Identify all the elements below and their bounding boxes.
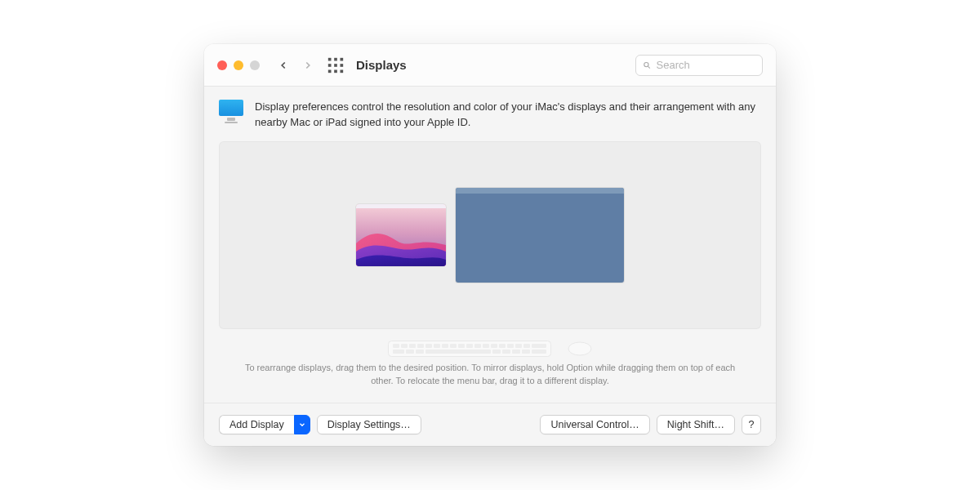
arrangement-hint: To rearrange displays, drag them to the … (219, 362, 761, 388)
svg-rect-21 (458, 344, 465, 348)
search-input[interactable] (657, 59, 755, 71)
chevron-left-icon (278, 60, 289, 71)
content-area: Display preferences control the resoluti… (204, 87, 776, 402)
back-button[interactable] (274, 56, 292, 74)
svg-rect-20 (450, 344, 457, 348)
grid-icon (327, 56, 345, 74)
svg-rect-7 (334, 69, 337, 73)
svg-rect-16 (417, 344, 424, 348)
wallpaper-icon (356, 204, 446, 266)
svg-rect-22 (466, 344, 473, 348)
maximize-window-button[interactable] (250, 60, 260, 70)
window-title: Displays (356, 58, 407, 72)
svg-rect-3 (328, 64, 332, 67)
monitor-icon (219, 100, 243, 123)
search-field[interactable] (635, 55, 763, 76)
add-display-dropdown[interactable] (294, 415, 310, 434)
search-icon (643, 60, 652, 70)
keyboard-icon (388, 341, 551, 357)
add-display-button[interactable]: Add Display (219, 415, 294, 434)
svg-rect-18 (434, 344, 440, 348)
universal-control-button[interactable]: Universal Control… (540, 415, 649, 434)
svg-rect-23 (474, 344, 481, 348)
svg-rect-4 (334, 64, 337, 67)
toolbar: Displays (204, 44, 776, 87)
chevron-down-icon (298, 421, 306, 429)
svg-rect-6 (328, 69, 332, 73)
help-button[interactable]: ? (742, 415, 761, 434)
svg-rect-39 (532, 350, 546, 354)
traffic-lights (217, 60, 260, 70)
svg-rect-38 (522, 350, 530, 354)
menubar-handle-secondary[interactable] (456, 188, 624, 194)
mouse-icon (568, 341, 592, 356)
minimize-window-button[interactable] (234, 60, 243, 70)
intro-text: Display preferences control the resoluti… (255, 100, 761, 129)
svg-rect-33 (416, 350, 424, 354)
svg-rect-30 (532, 344, 546, 348)
forward-button[interactable] (299, 56, 317, 74)
svg-rect-24 (483, 344, 489, 348)
svg-rect-2 (341, 58, 344, 61)
display-secondary[interactable] (456, 188, 624, 283)
footer: Add Display Display Settings… Universal … (204, 403, 776, 446)
input-devices-graphic (219, 341, 761, 357)
svg-rect-31 (393, 350, 404, 354)
show-all-prefs-button[interactable] (327, 56, 345, 74)
svg-rect-32 (406, 350, 414, 354)
svg-rect-15 (409, 344, 416, 348)
night-shift-button[interactable]: Night Shift… (657, 415, 735, 434)
svg-rect-26 (499, 344, 506, 348)
svg-line-10 (648, 66, 650, 68)
svg-rect-29 (523, 344, 530, 348)
menubar-handle-primary[interactable] (356, 204, 446, 208)
chevron-right-icon (302, 60, 314, 71)
svg-rect-37 (512, 350, 520, 354)
svg-rect-1 (334, 58, 337, 61)
svg-rect-14 (401, 344, 408, 348)
svg-point-9 (644, 62, 648, 66)
svg-rect-34 (425, 350, 491, 354)
add-display-group: Add Display (219, 415, 310, 434)
display-arrangement-area[interactable] (219, 141, 761, 329)
svg-rect-27 (507, 344, 514, 348)
svg-rect-28 (515, 344, 522, 348)
display-settings-button[interactable]: Display Settings… (317, 415, 421, 434)
svg-rect-13 (393, 344, 399, 348)
close-window-button[interactable] (217, 60, 227, 70)
svg-rect-12 (389, 341, 551, 356)
svg-rect-36 (502, 350, 510, 354)
svg-rect-17 (425, 344, 432, 348)
svg-rect-25 (491, 344, 497, 348)
display-primary[interactable] (356, 204, 446, 266)
svg-rect-5 (341, 64, 344, 67)
svg-rect-35 (492, 350, 501, 354)
intro-row: Display preferences control the resoluti… (219, 100, 761, 129)
svg-point-40 (568, 342, 591, 355)
preferences-window: Displays Display preferences control the… (204, 44, 776, 445)
svg-rect-8 (341, 69, 344, 73)
svg-rect-0 (328, 58, 332, 61)
svg-rect-19 (442, 344, 448, 348)
